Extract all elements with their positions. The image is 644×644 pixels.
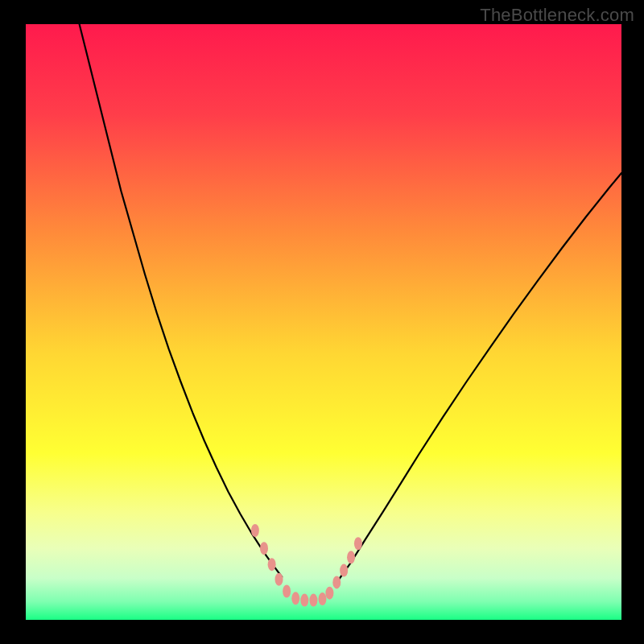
watermark-text: TheBottleneck.com xyxy=(480,5,634,26)
marker-point xyxy=(300,594,308,607)
marker-point xyxy=(319,592,327,605)
marker-point xyxy=(325,587,333,600)
marker-point xyxy=(275,573,283,586)
marker-point xyxy=(332,576,341,588)
plot-background xyxy=(26,24,621,620)
marker-point xyxy=(309,594,317,607)
marker-point xyxy=(283,584,291,597)
chart-container: TheBottleneck.com xyxy=(0,0,644,644)
marker-point xyxy=(268,558,276,571)
marker-point xyxy=(291,592,299,605)
marker-point xyxy=(251,524,259,537)
bottleneck-chart xyxy=(0,0,644,644)
marker-point xyxy=(260,542,268,555)
marker-point xyxy=(347,551,355,564)
marker-point xyxy=(354,537,362,550)
marker-point xyxy=(340,564,348,577)
